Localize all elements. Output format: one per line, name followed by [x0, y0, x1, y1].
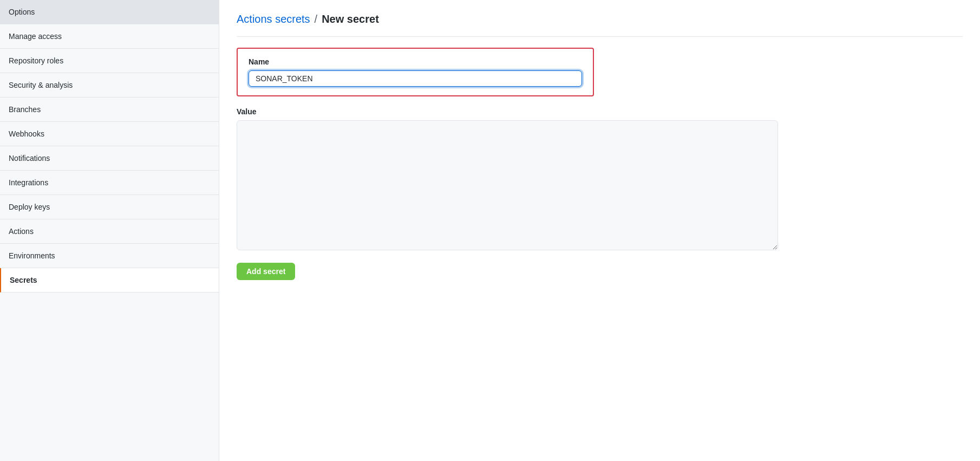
sidebar-item-deploy-keys[interactable]: Deploy keys — [0, 195, 219, 219]
sidebar-item-options[interactable]: Options — [0, 0, 219, 24]
name-label: Name — [249, 57, 582, 66]
sidebar-item-secrets[interactable]: Secrets — [0, 268, 219, 293]
sidebar: OptionsManage accessRepository rolesSecu… — [0, 0, 219, 461]
sidebar-item-environments[interactable]: Environments — [0, 244, 219, 268]
sidebar-item-integrations[interactable]: Integrations — [0, 171, 219, 195]
sidebar-item-repository-roles[interactable]: Repository roles — [0, 49, 219, 73]
breadcrumb-separator: / — [315, 13, 318, 25]
main-content: Actions secrets / New secret Name Value … — [219, 0, 980, 461]
sidebar-item-security-analysis[interactable]: Security & analysis — [0, 73, 219, 98]
name-form-section: Name — [237, 48, 594, 96]
sidebar-item-branches[interactable]: Branches — [0, 98, 219, 122]
value-label: Value — [237, 107, 778, 116]
value-textarea[interactable] — [237, 120, 778, 250]
breadcrumb: Actions secrets / New secret — [237, 13, 963, 25]
sidebar-item-notifications[interactable]: Notifications — [0, 146, 219, 171]
add-secret-button[interactable]: Add secret — [237, 263, 295, 280]
breadcrumb-link[interactable]: Actions secrets — [237, 13, 310, 25]
sidebar-item-manage-access[interactable]: Manage access — [0, 24, 219, 49]
sidebar-item-webhooks[interactable]: Webhooks — [0, 122, 219, 146]
name-input[interactable] — [249, 70, 582, 87]
breadcrumb-current: New secret — [322, 13, 379, 25]
sidebar-item-actions[interactable]: Actions — [0, 219, 219, 244]
value-section: Value — [237, 107, 778, 252]
